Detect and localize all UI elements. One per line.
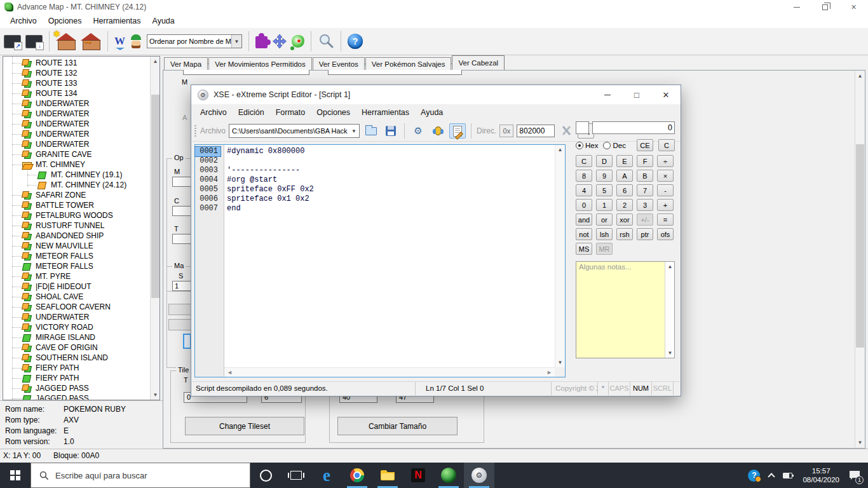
- tree-item-safari-zone[interactable]: SAFARI ZONE: [3, 190, 150, 200]
- tree-item-jagged-pass[interactable]: JAGGED PASS: [3, 383, 150, 393]
- xse-taskbar-button[interactable]: ⚙: [464, 463, 494, 488]
- battery-tray-button[interactable]: [778, 463, 797, 488]
- advance-map-taskbar-button[interactable]: [433, 463, 464, 488]
- script-editor[interactable]: 0001#dynamic 0x80000000020003'----------…: [194, 144, 566, 377]
- calc-btn-ms[interactable]: MS: [576, 243, 592, 255]
- scroll-left-icon[interactable]: ◄: [224, 369, 235, 376]
- radio-dec[interactable]: Dec: [603, 142, 625, 149]
- tree-item-route-134[interactable]: ROUTE 134: [3, 88, 150, 98]
- calc-btn-1[interactable]: 1: [596, 199, 613, 211]
- radio-hex[interactable]: Hex: [576, 142, 598, 149]
- decompile-notepad-button[interactable]: [449, 123, 466, 139]
- am-close-button[interactable]: ×: [839, 0, 868, 14]
- tree-item-route-132[interactable]: ROUTE 132: [3, 68, 150, 78]
- tree-item-fiery-path[interactable]: FIERY PATH: [3, 373, 150, 383]
- insert-map-button[interactable]: →: [81, 33, 101, 50]
- calc-btn-c[interactable]: C: [658, 139, 675, 151]
- calc-btn-minus[interactable]: -: [657, 184, 674, 196]
- calc-btn-plus[interactable]: +: [657, 199, 674, 211]
- am-menu-herramientas[interactable]: Herramientas: [88, 15, 146, 27]
- tab-ver-cabezal[interactable]: Ver Cabezal: [452, 55, 505, 70]
- calc-btn-not[interactable]: not: [576, 228, 592, 240]
- calc-btn-5[interactable]: 5: [596, 184, 613, 196]
- tree-item-underwater[interactable]: UNDERWATER: [3, 109, 150, 119]
- file-path-dropdown[interactable]: C:\Users\santi\Documents\GBA Hack ▼: [229, 124, 360, 138]
- scroll-right-icon[interactable]: ►: [544, 369, 555, 376]
- tree-item-mt-chimney-19-1[interactable]: MT. CHIMNEY (19.1): [3, 170, 150, 180]
- start-button[interactable]: [0, 463, 31, 488]
- am-menu-opciones[interactable]: Opciones: [43, 15, 87, 27]
- move-permissions-button[interactable]: [272, 34, 287, 49]
- calc-btn-rsh[interactable]: rsh: [616, 228, 633, 240]
- calc-btn-lsh[interactable]: lsh: [596, 228, 613, 240]
- xse-menu-opciones[interactable]: Opciones: [311, 107, 355, 118]
- tree-item-rusturf-tunnel[interactable]: RUSTURF TUNNEL: [3, 220, 150, 231]
- calc-btn-4[interactable]: 4: [576, 184, 592, 196]
- tree-item-meteor-falls[interactable]: METEOR FALLS: [3, 251, 150, 261]
- tab-ver-movimientos-permitidos[interactable]: Ver Movimientos Permitidos: [208, 57, 312, 70]
- tree-item-abandoned-ship[interactable]: ABANDONED SHIP: [3, 231, 150, 241]
- calc-btn-multiply[interactable]: ×: [657, 170, 674, 182]
- tree-item-seafloor-cavern[interactable]: SEAFLOOR CAVERN: [3, 302, 150, 312]
- am-minimize-button[interactable]: [782, 0, 811, 14]
- fragment-button[interactable]: [168, 319, 194, 330]
- calc-btn-0[interactable]: 0: [576, 199, 592, 211]
- calc-btn-equals[interactable]: =: [657, 214, 674, 226]
- file-explorer-button[interactable]: [372, 463, 403, 488]
- scroll-up-icon[interactable]: ▲: [665, 262, 675, 271]
- xse-save-button[interactable]: [383, 123, 399, 139]
- scroll-up-icon[interactable]: ▲: [151, 57, 160, 66]
- task-view-button[interactable]: [281, 463, 311, 488]
- xse-menu-ayuda[interactable]: Ayuda: [416, 107, 448, 118]
- am-menu-ayuda[interactable]: Ayuda: [147, 15, 180, 27]
- trainer-button[interactable]: [130, 34, 142, 50]
- am-restore-button[interactable]: [811, 0, 839, 14]
- calc-btn-or[interactable]: or: [596, 214, 613, 226]
- taskbar-search-box[interactable]: Escribe aquí para buscar: [31, 463, 250, 488]
- tree-scrollbar-thumb[interactable]: [151, 95, 159, 298]
- xse-close-button[interactable]: ✕: [651, 85, 681, 104]
- scroll-down-icon[interactable]: ▼: [855, 438, 865, 447]
- xse-menu-herramientas[interactable]: Herramientas: [356, 107, 414, 118]
- scroll-down-icon[interactable]: ▼: [555, 358, 565, 367]
- cambiar-tamano-button[interactable]: Cambiar Tamaño: [337, 417, 458, 435]
- wild-pokemon-button[interactable]: [292, 35, 304, 48]
- calc-btn-9[interactable]: 9: [596, 170, 613, 182]
- tree-item-underwater[interactable]: UNDERWATER: [3, 312, 150, 322]
- calc-btn-b[interactable]: B: [637, 170, 653, 182]
- tree-item-cave-of-origin[interactable]: CAVE OF ORIGIN: [3, 342, 150, 353]
- zoom-button[interactable]: [318, 33, 334, 50]
- tab-ver-pok-mon-salvajes[interactable]: Ver Pokémon Salvajes: [365, 57, 452, 70]
- calc-display[interactable]: 0: [592, 121, 675, 134]
- calc-btn-ofs[interactable]: ofs: [657, 228, 674, 240]
- calc-btn-c[interactable]: C: [576, 155, 592, 167]
- tree-item-underwater[interactable]: UNDERWATER: [3, 129, 150, 139]
- xse-menu-archivo[interactable]: Archivo: [195, 107, 232, 118]
- sort-maps-dropdown[interactable]: Ordenar por Nombre de Map. ▼: [147, 34, 242, 48]
- calc-btn-d[interactable]: D: [596, 155, 613, 167]
- calc-btn-divide[interactable]: ÷: [657, 155, 674, 167]
- show-hidden-icons-button[interactable]: [764, 463, 778, 488]
- tree-item-route-133[interactable]: ROUTE 133: [3, 78, 150, 88]
- scroll-down-icon[interactable]: ▼: [665, 348, 675, 358]
- calc-btn-a[interactable]: A: [616, 170, 633, 182]
- tree-item-battle-tower[interactable]: BATTLE TOWER: [3, 200, 150, 210]
- tree-item-mt-chimney-24-12[interactable]: MT. CHIMNEY (24.12): [3, 180, 150, 190]
- offset-input[interactable]: [517, 125, 555, 137]
- tree-item-mt-pyre[interactable]: MT. PYRE: [3, 271, 150, 281]
- calc-btn-f[interactable]: F: [637, 155, 653, 167]
- tree-scrollbar[interactable]: ▲ ▼: [150, 57, 159, 400]
- change-tileset-button[interactable]: Change Tileset: [185, 417, 304, 435]
- editor-vscrollbar[interactable]: ▲ ▼: [555, 145, 565, 367]
- tree-item-mt-chimney[interactable]: MT. CHIMNEY: [3, 159, 150, 170]
- calc-btn-7[interactable]: 7: [637, 184, 653, 196]
- tree-item-underwater[interactable]: UNDERWATER: [3, 139, 150, 149]
- xse-maximize-button[interactable]: □: [622, 85, 651, 104]
- scroll-up-icon[interactable]: ▲: [855, 71, 865, 81]
- world-map-button[interactable]: W: [114, 35, 125, 48]
- save-map-button[interactable]: ↓: [25, 35, 43, 48]
- help-tray-button[interactable]: ?: [743, 463, 764, 488]
- notes-scrollbar[interactable]: ▲ ▼: [665, 262, 674, 358]
- tree-item-victory-road[interactable]: VICTORY ROAD: [3, 322, 150, 332]
- tree-item-meteor-falls[interactable]: METEOR FALLS: [3, 261, 150, 271]
